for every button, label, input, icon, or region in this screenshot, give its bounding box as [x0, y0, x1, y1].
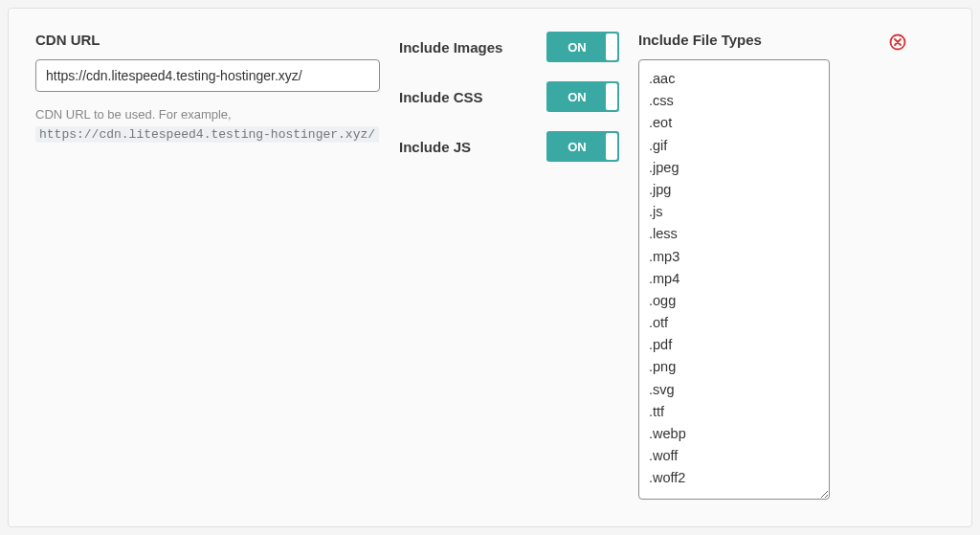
include-toggles-column: Include Images ON Include CSS ON Include…	[399, 32, 619, 503]
include-js-row: Include JS ON	[399, 131, 619, 162]
cdn-url-column: CDN URL CDN URL to be used. For example,…	[35, 32, 380, 503]
cdn-url-help-text: CDN URL to be used. For example,	[35, 107, 232, 122]
toggle-knob	[606, 133, 617, 160]
toggle-knob	[606, 83, 617, 110]
include-images-row: Include Images ON	[399, 32, 619, 62]
include-css-toggle[interactable]: ON	[546, 81, 619, 112]
include-images-toggle[interactable]: ON	[546, 32, 619, 62]
cdn-url-label: CDN URL	[35, 32, 380, 48]
file-types-label: Include File Types	[638, 32, 762, 48]
file-types-header: Include File Types	[638, 32, 878, 48]
cdn-url-input[interactable]	[35, 59, 380, 92]
toggle-knob	[606, 33, 617, 60]
remove-icon[interactable]	[889, 33, 906, 51]
file-types-column: Include File Types	[638, 32, 878, 503]
include-css-label: Include CSS	[399, 89, 483, 105]
include-js-label: Include JS	[399, 139, 471, 155]
file-types-textarea[interactable]	[638, 59, 830, 500]
cdn-url-help: CDN URL to be used. For example, https:/…	[35, 105, 380, 144]
include-images-label: Include Images	[399, 39, 502, 56]
include-css-row: Include CSS ON	[399, 81, 619, 112]
cdn-settings-panel: CDN URL CDN URL to be used. For example,…	[8, 8, 972, 527]
cdn-url-help-example: https://cdn.litespeed4.testing-hostinger…	[35, 126, 379, 143]
include-js-toggle[interactable]: ON	[546, 131, 619, 162]
